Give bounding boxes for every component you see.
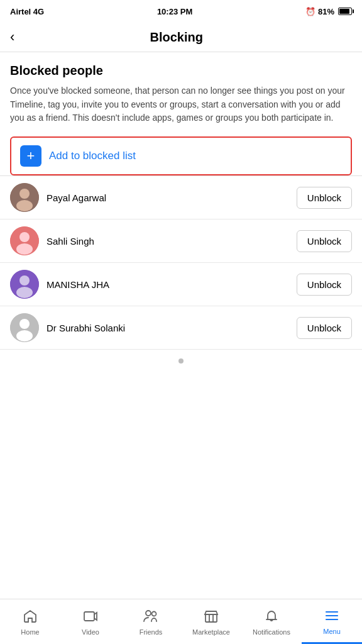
svg-point-10 [19,319,30,329]
table-row: Dr Surabhi Solanki Unblock [0,306,362,350]
table-row: MANISHA JHA Unblock [0,263,362,306]
nav-label-home: Home [21,628,39,636]
header: ‹ Blocking [0,23,362,52]
svg-point-2 [16,200,33,211]
menu-icon [324,608,339,626]
add-plus-icon: + [20,145,41,167]
svg-rect-15 [206,614,217,622]
svg-point-13 [146,611,151,616]
carrier-text: Airtel 4G [10,7,44,16]
nav-item-video[interactable]: Video [60,599,121,644]
marketplace-icon [204,609,219,626]
svg-point-8 [16,287,33,298]
svg-rect-12 [84,612,94,621]
unblock-button[interactable]: Unblock [297,187,352,209]
nav-label-marketplace: Marketplace [192,628,230,636]
battery-icon [338,8,352,15]
alarm-icon: ⏰ [305,7,315,16]
video-icon [83,609,98,626]
person-name: MANISHA JHA [47,279,289,290]
svg-point-14 [152,612,156,616]
nav-item-marketplace[interactable]: Marketplace [181,599,241,644]
home-icon [23,609,38,626]
svg-point-4 [19,232,30,242]
status-bar: Airtel 4G 10:23 PM ⏰ 81% [0,0,362,23]
table-row: Sahli Singh Unblock [0,219,362,263]
time-text: 10:23 PM [157,7,192,16]
table-row: Payal Agarwal Unblock [0,176,362,219]
bottom-nav: Home Video Friends [0,599,362,644]
notifications-icon [264,609,279,626]
nav-item-home[interactable]: Home [0,599,60,644]
battery-percent: 81% [318,7,334,16]
nav-label-friends: Friends [140,628,163,636]
person-name: Dr Surabhi Solanki [47,323,289,333]
nav-label-video: Video [82,628,99,636]
back-button[interactable]: ‹ [10,29,14,45]
svg-point-11 [16,330,33,341]
scroll-dot [178,358,184,364]
avatar [10,226,39,255]
svg-point-7 [19,275,30,286]
nav-item-friends[interactable]: Friends [121,599,181,644]
section-description: Once you've blocked someone, that person… [10,84,352,125]
avatar [10,183,39,212]
friends-icon [143,609,159,626]
add-to-blocked-list-button[interactable]: + Add to blocked list [10,136,352,175]
main-content: Blocked people Once you've blocked someo… [0,52,362,175]
avatar [10,313,39,342]
nav-label-notifications: Notifications [253,628,290,636]
svg-point-1 [19,189,30,199]
avatar [10,270,39,299]
blocked-people-list: Payal Agarwal Unblock Sahli Singh Unbloc… [0,176,362,350]
scroll-indicator [0,350,362,426]
section-title: Blocked people [10,64,352,78]
nav-label-menu: Menu [323,628,341,635]
person-name: Sahli Singh [47,236,289,247]
add-blocked-label: Add to blocked list [49,150,136,162]
unblock-button[interactable]: Unblock [297,230,352,252]
page-title: Blocking [22,30,331,45]
unblock-button[interactable]: Unblock [297,317,352,339]
battery-area: ⏰ 81% [305,7,352,16]
svg-point-5 [16,243,33,255]
person-name: Payal Agarwal [47,192,289,203]
unblock-button[interactable]: Unblock [297,274,352,296]
nav-item-menu[interactable]: Menu [302,599,362,644]
nav-item-notifications[interactable]: Notifications [241,599,302,644]
